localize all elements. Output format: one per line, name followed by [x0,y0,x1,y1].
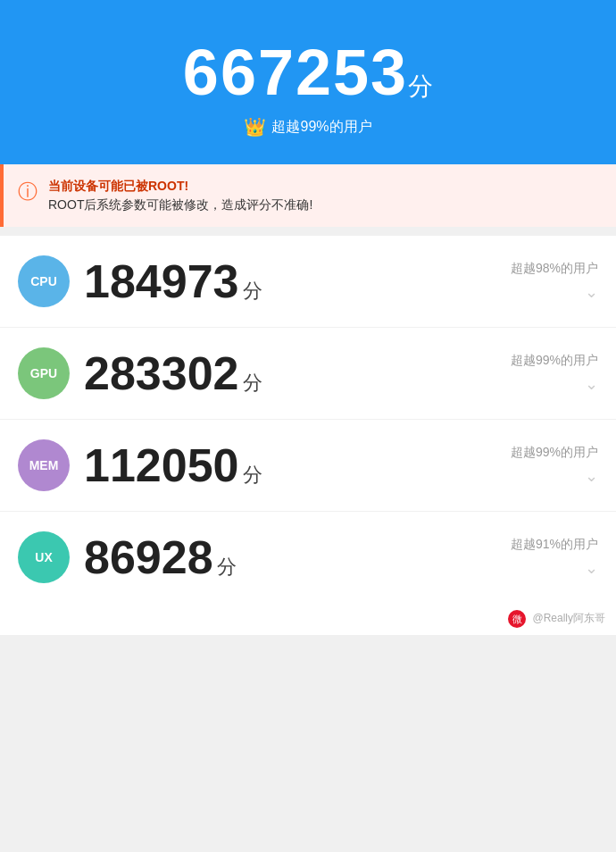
score-main-mem: 112050分 [84,442,496,489]
score-item-cpu[interactable]: CPU 184973分 超越98%的用户 ⌄ [0,236,616,328]
chevron-down-icon: ⌄ [585,558,598,578]
chevron-down-icon: ⌄ [585,466,598,486]
badge-ux: UX [18,531,70,583]
score-item-mem[interactable]: MEM 112050分 超越99%的用户 ⌄ [0,420,616,512]
warning-text-block: 当前设备可能已被ROOT! ROOT后系统参数可能被修改，造成评分不准确! [48,177,312,214]
badge-mem: MEM [18,439,70,491]
weibo-icon: 微 [508,610,526,628]
score-number-mem: 112050 [84,439,239,491]
watermark: 微 @Really阿东哥 [0,603,616,635]
score-right-cpu: 超越98%的用户 ⌄ [511,261,598,302]
score-percentile-ux: 超越91%的用户 [511,537,598,553]
score-number-gpu: 283302 [84,347,239,399]
chevron-down-icon: ⌄ [585,374,598,394]
score-percentile-cpu: 超越98%的用户 [511,261,598,277]
score-item-ux[interactable]: UX 86928分 超越91%的用户 ⌄ [0,512,616,603]
score-number-cpu: 184973 [84,255,239,307]
score-item-gpu[interactable]: GPU 283302分 超越99%的用户 ⌄ [0,328,616,420]
score-unit-ux: 分 [217,555,237,578]
score-unit-mem: 分 [243,464,262,486]
score-main-gpu: 283302分 [84,350,496,397]
header-percentile-text: 超越99%的用户 [271,118,371,137]
score-percentile-gpu: 超越99%的用户 [511,353,598,369]
score-percentile-mem: 超越99%的用户 [511,445,598,461]
warning-title: 当前设备可能已被ROOT! [48,179,188,193]
header-subtitle: 👑 超越99%的用户 [18,116,598,138]
warning-body: ROOT后系统参数可能被修改，造成评分不准确! [48,197,312,212]
warning-icon: ⓘ [18,179,37,205]
crown-icon: 👑 [244,116,266,138]
score-main-ux: 86928分 [84,534,496,581]
score-right-ux: 超越91%的用户 ⌄ [511,537,598,578]
header-section: 667253分 👑 超越99%的用户 [0,0,616,164]
badge-cpu: CPU [18,255,70,307]
watermark-label: @Really阿东哥 [532,612,605,624]
score-unit-cpu: 分 [243,280,262,302]
badge-gpu: GPU [18,347,70,399]
total-score-display: 667253分 [18,36,598,109]
score-list: CPU 184973分 超越98%的用户 ⌄ GPU 283302分 超越99%… [0,236,616,603]
root-warning-banner: ⓘ 当前设备可能已被ROOT! ROOT后系统参数可能被修改，造成评分不准确! [0,164,616,227]
score-right-mem: 超越99%的用户 ⌄ [511,445,598,486]
chevron-down-icon: ⌄ [585,282,598,302]
score-number-ux: 86928 [84,531,213,583]
total-score-number: 667253 [183,37,408,108]
score-unit-gpu: 分 [243,372,262,394]
total-score-unit: 分 [408,72,433,100]
score-right-gpu: 超越99%的用户 ⌄ [511,353,598,394]
score-main-cpu: 184973分 [84,258,496,305]
